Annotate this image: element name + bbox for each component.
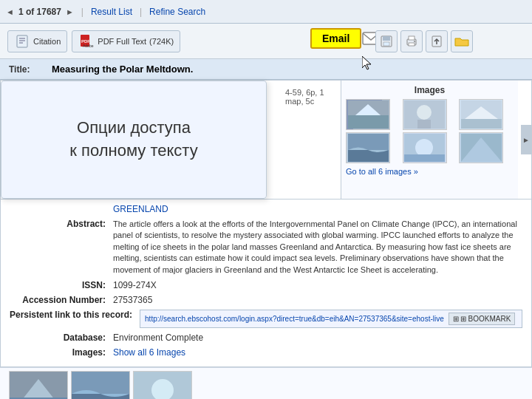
persistent-link-row: Persistent link to this record: http://s… xyxy=(10,310,522,328)
citation-icon xyxy=(14,33,30,50)
prev-arrow[interactable]: ◄ xyxy=(6,7,14,16)
svg-rect-22 xyxy=(417,120,431,129)
issn-label: ISSN: xyxy=(10,280,113,290)
svg-point-21 xyxy=(417,105,432,120)
subject-link[interactable]: GREENLAND xyxy=(113,204,522,214)
pdf-size: (724K) xyxy=(149,37,174,46)
database-value: Environment Complete xyxy=(113,332,522,343)
abstract-label: Abstract: xyxy=(10,219,113,229)
images-panel-title: Images xyxy=(346,85,514,95)
result-list-link[interactable]: Result List xyxy=(91,7,132,17)
accession-row: Accession Number: 27537365 xyxy=(10,295,522,305)
nav-count: 1 of 17687 xyxy=(18,7,61,17)
folder-button[interactable] xyxy=(451,30,473,52)
accession-value: 27537365 xyxy=(113,295,522,305)
bookmark-label: ⊞ BOOKMARK xyxy=(460,315,511,323)
refine-search-link[interactable]: Refine Search xyxy=(149,7,205,17)
article-header: Title: Measuring the Polar Meltdown. xyxy=(0,59,532,80)
next-arrow[interactable]: ► xyxy=(66,7,74,16)
citation-button[interactable]: Citation xyxy=(7,30,67,52)
citation-label: Citation xyxy=(33,37,61,46)
source-info: 4-59, 6p, 1 map, 5c xyxy=(285,88,324,106)
article-title: Measuring the Polar Meltdown. xyxy=(52,64,193,75)
images-panel: Images xyxy=(341,81,518,199)
image-thumb-4[interactable] xyxy=(346,132,390,163)
navigation-bar: ◄ 1 of 17687 ► | Result List | Refine Se… xyxy=(0,0,532,24)
bookmark-button[interactable]: ⊞ ⊞ BOOKMARK xyxy=(449,313,516,325)
email-button[interactable]: Email xyxy=(310,28,361,49)
separator2: | xyxy=(140,7,142,17)
persistent-link-box: http://search.ebscohost.com/login.aspx?d… xyxy=(140,310,522,328)
svg-rect-0 xyxy=(17,35,27,47)
database-row: Database: Environment Complete xyxy=(10,332,522,343)
abstract-text: The article offers a look at the efforts… xyxy=(113,219,522,276)
image-thumb-3[interactable] xyxy=(459,99,503,130)
details-section: GREENLAND Abstract: The article offers a… xyxy=(0,200,532,367)
svg-rect-9 xyxy=(383,36,390,41)
show-all-images-link[interactable]: Show all 6 Images xyxy=(113,347,522,358)
export-button[interactable] xyxy=(426,30,448,52)
pdf-label: PDF Full Text xyxy=(98,37,146,46)
bottom-thumb-2[interactable] xyxy=(71,371,130,399)
accession-label: Accession Number: xyxy=(10,295,113,305)
image-thumb-2[interactable] xyxy=(403,99,447,130)
svg-point-29 xyxy=(415,139,433,157)
images-label: Images: xyxy=(10,347,113,358)
database-label: Database: xyxy=(10,332,113,343)
fulltext-access-overlay[interactable]: Опции доступа к полному тексту xyxy=(1,81,267,199)
svg-text:Adobe: Adobe xyxy=(83,44,94,48)
issn-value: 1099-274X xyxy=(113,280,522,290)
subject-row: GREENLAND xyxy=(10,204,522,214)
image-thumb-1[interactable] xyxy=(346,99,390,130)
title-label: Title: xyxy=(9,64,46,75)
pdf-button[interactable]: PDF Adobe PDF Full Text (724K) xyxy=(72,30,180,52)
go-all-images-link[interactable]: Go to all 6 images » xyxy=(346,167,514,176)
images-grid xyxy=(346,99,514,163)
bottom-thumb-1[interactable] xyxy=(9,371,68,399)
svg-rect-30 xyxy=(404,154,445,162)
persistent-url[interactable]: http://search.ebscohost.com/login.aspx?d… xyxy=(145,315,444,323)
svg-rect-18 xyxy=(348,115,389,129)
side-expand-arrow[interactable]: ► xyxy=(521,125,531,154)
overlay-text: Опции доступа к полному тексту xyxy=(69,117,197,163)
image-thumb-6[interactable] xyxy=(459,132,503,163)
pdf-icon: PDF Adobe xyxy=(78,33,95,50)
content-body: Опции доступа к полному тексту 4-59, 6p,… xyxy=(0,80,532,200)
svg-rect-10 xyxy=(383,42,389,46)
save-button[interactable] xyxy=(375,30,398,52)
persistent-link-container: http://search.ebscohost.com/login.aspx?d… xyxy=(140,310,522,328)
print-button[interactable] xyxy=(400,30,423,52)
svg-rect-24 xyxy=(461,119,502,129)
bottom-thumb-3[interactable] xyxy=(133,371,192,399)
svg-rect-13 xyxy=(409,43,415,46)
toolbar: Citation PDF Adobe PDF Full Text (724K) … xyxy=(0,24,532,59)
svg-point-14 xyxy=(414,41,415,42)
bookmark-icon: ⊞ xyxy=(453,315,459,323)
persistent-label: Persistent link to this record: xyxy=(10,310,140,321)
images-row: Images: Show all 6 Images xyxy=(10,347,522,358)
left-panel: Опции доступа к полному тексту 4-59, 6p,… xyxy=(1,81,341,199)
issn-row: ISSN: 1099-274X xyxy=(10,280,522,290)
separator: | xyxy=(81,7,83,17)
bottom-thumbnails xyxy=(0,367,532,399)
svg-rect-12 xyxy=(409,36,415,40)
image-thumb-5[interactable] xyxy=(403,132,447,163)
abstract-row: Abstract: The article offers a look at t… xyxy=(10,219,522,276)
